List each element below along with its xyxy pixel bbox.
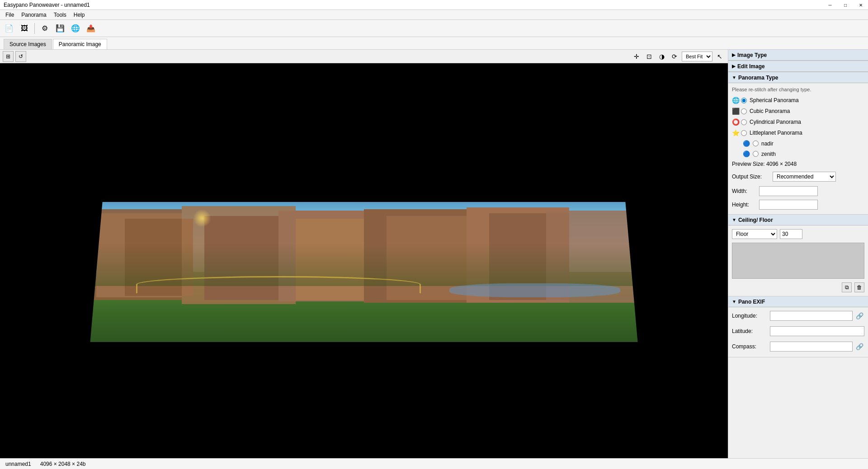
longitude-row: Longitude: 0.000000 🔗 bbox=[728, 309, 868, 323]
app-title: Easypano Panoweaver - unnamed1 bbox=[4, 2, 864, 8]
view-grid-button[interactable]: ⊞ bbox=[3, 51, 14, 62]
status-filename: unnamed1 bbox=[5, 461, 31, 467]
section-ceiling-floor: ▼ Ceiling/ Floor Floor Ceiling ⧉ 🗑 bbox=[728, 215, 868, 296]
tab-panoramic-image[interactable]: Panoramic Image bbox=[53, 39, 107, 49]
ceiling-type-select[interactable]: Floor Ceiling bbox=[732, 229, 777, 239]
ceiling-floor-header[interactable]: ▼ Ceiling/ Floor bbox=[728, 215, 868, 225]
width-row: Width: 4096 bbox=[728, 185, 868, 197]
cursor-button[interactable]: ↖ bbox=[714, 51, 725, 62]
rotate-button[interactable]: ⟳ bbox=[669, 51, 680, 62]
image-type-header[interactable]: ▶ Image Type bbox=[728, 50, 868, 61]
ceiling-value-input[interactable] bbox=[780, 229, 802, 239]
menu-help[interactable]: Help bbox=[70, 11, 89, 19]
retype-note: Please re-stitch after changing type. bbox=[728, 85, 868, 94]
toolbar-stitch[interactable]: ⚙ bbox=[38, 22, 52, 35]
restore-button[interactable]: □ bbox=[838, 0, 853, 10]
toolbar-add-image[interactable]: 🖼 bbox=[17, 22, 32, 35]
output-size-row: Output Size: Recommended Custom Original bbox=[728, 170, 868, 183]
radio-littleplanet[interactable]: ⭐ Littleplanet Panorama bbox=[728, 128, 868, 137]
compass-input[interactable]: 0 bbox=[770, 342, 853, 352]
radio-cubic[interactable]: ⬛ Cubic Panorama bbox=[728, 107, 868, 116]
longitude-link-button[interactable]: 🔗 bbox=[854, 311, 864, 321]
radio-nadir[interactable]: 🔵 nadir bbox=[728, 139, 868, 148]
crosshair-button[interactable]: ✛ bbox=[631, 51, 642, 62]
radio-spherical[interactable]: 🌐 Spherical Panorama bbox=[728, 96, 868, 105]
edit-image-header[interactable]: ▶ Edit Image bbox=[728, 61, 868, 72]
radio-cylindrical[interactable]: ⭕ Cylindrical Panorama bbox=[728, 117, 868, 127]
height-input[interactable]: 2048 bbox=[759, 200, 818, 210]
height-row: Height: 2048 bbox=[728, 199, 868, 211]
latitude-row: Latitude: 0.000000 bbox=[728, 324, 868, 338]
right-panel: ▶ Image Type ▶ Edit Image ▼ Panorama Typ… bbox=[728, 50, 868, 458]
compass-link-button[interactable]: 🔗 bbox=[854, 342, 864, 352]
pano-exif-header[interactable]: ▼ Pano EXIF bbox=[728, 296, 868, 307]
toolbar-save[interactable]: 💾 bbox=[53, 22, 67, 35]
panorama-canvas bbox=[0, 63, 728, 458]
section-image-type: ▶ Image Type bbox=[728, 50, 868, 61]
section-edit-image: ▶ Edit Image bbox=[728, 61, 868, 72]
radio-zenith[interactable]: 🔵 zenith bbox=[728, 150, 868, 158]
toolbar-new[interactable]: 📄 bbox=[2, 22, 16, 35]
status-dimensions: 4096 × 2048 × 24b bbox=[40, 461, 86, 467]
panorama-type-header[interactable]: ▼ Panorama Type bbox=[728, 72, 868, 83]
toolbar-publish-web[interactable]: 🌐 bbox=[68, 22, 83, 35]
toolbar-export[interactable]: 📤 bbox=[84, 22, 98, 35]
menu-panorama[interactable]: Panorama bbox=[18, 11, 50, 19]
output-size-select[interactable]: Recommended Custom Original bbox=[773, 172, 836, 182]
width-input[interactable]: 4096 bbox=[759, 186, 818, 196]
section-pano-exif: ▼ Pano EXIF Longitude: 0.000000 🔗 Latitu… bbox=[728, 296, 868, 357]
view-reset-button[interactable]: ↺ bbox=[15, 51, 26, 62]
minimize-button[interactable]: ─ bbox=[823, 0, 837, 10]
tab-source-images[interactable]: Source Images bbox=[4, 39, 52, 49]
ceiling-copy-button[interactable]: ⧉ bbox=[842, 282, 852, 292]
section-panorama-type: ▼ Panorama Type Please re-stitch after c… bbox=[728, 72, 868, 215]
fit-view-button[interactable]: ⊡ bbox=[644, 51, 655, 62]
ceiling-delete-button[interactable]: 🗑 bbox=[854, 282, 864, 292]
brightness-button[interactable]: ◑ bbox=[656, 51, 667, 62]
menu-tools[interactable]: Tools bbox=[50, 11, 70, 19]
ceiling-controls: Floor Ceiling bbox=[728, 227, 868, 241]
toolbar-separator-1 bbox=[34, 23, 35, 34]
latitude-input[interactable]: 0.000000 bbox=[770, 326, 864, 336]
menu-file[interactable]: File bbox=[2, 11, 18, 19]
zoom-select[interactable]: Best Fit 25% 50% 75% 100% 200% bbox=[682, 52, 712, 61]
longitude-input[interactable]: 0.000000 bbox=[770, 311, 853, 321]
preview-size: Preview Size: 4096 × 2048 bbox=[728, 160, 868, 170]
ceiling-preview bbox=[732, 243, 864, 279]
close-button[interactable]: ✕ bbox=[854, 0, 868, 10]
compass-row: Compass: 0 🔗 bbox=[728, 340, 868, 353]
ceiling-actions: ⧉ 🗑 bbox=[728, 281, 868, 294]
